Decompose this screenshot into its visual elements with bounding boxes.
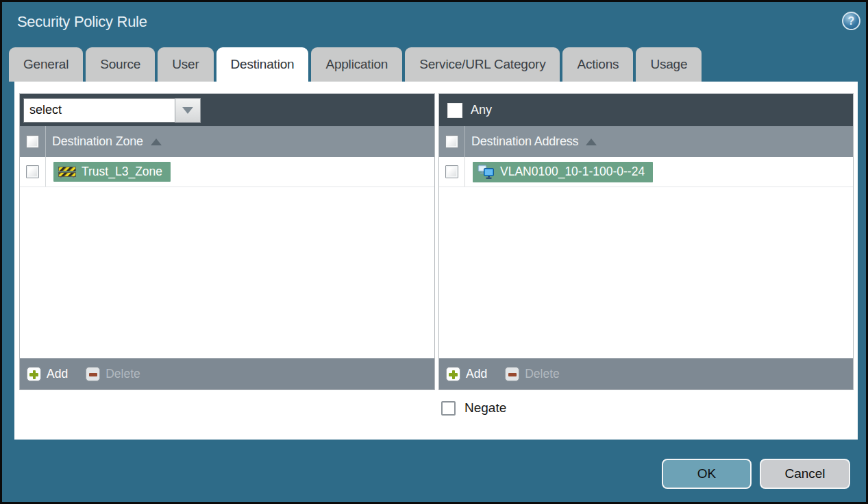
tab-bar: General Source User Destination Applicat…	[9, 47, 702, 82]
address-delete-button[interactable]: Delete	[505, 367, 560, 381]
address-entry-tag[interactable]: VLAN0100_10-1-100-0--24	[473, 162, 653, 182]
zone-list-body: Trust_L3_Zone	[20, 157, 434, 358]
network-address-icon	[478, 165, 495, 180]
zone-icon	[58, 165, 76, 179]
zone-select-combobox	[23, 98, 201, 123]
zone-column-header: Destination Zone	[20, 126, 434, 157]
security-policy-rule-dialog: Security Policy Rule ? General Source Us…	[0, 0, 868, 504]
tab-user[interactable]: User	[158, 47, 213, 82]
table-row: VLAN0100_10-1-100-0--24	[439, 157, 853, 187]
negate-checkbox[interactable]	[441, 401, 456, 416]
add-icon	[446, 367, 460, 381]
address-list-body: VLAN0100_10-1-100-0--24	[439, 157, 853, 358]
address-row-checkbox-cell	[439, 157, 465, 187]
any-checkbox-group: Any	[443, 103, 492, 118]
zone-row-checkbox-cell	[20, 157, 46, 187]
address-add-label: Add	[466, 367, 487, 381]
address-add-button[interactable]: Add	[446, 367, 487, 381]
zone-footer-bar: Add Delete	[20, 358, 434, 389]
tab-application[interactable]: Application	[311, 47, 402, 82]
delete-icon	[505, 367, 519, 381]
address-header-checkbox-cell	[439, 126, 465, 157]
tab-source[interactable]: Source	[86, 47, 155, 82]
zone-add-label: Add	[47, 367, 68, 381]
ok-button[interactable]: OK	[662, 459, 752, 489]
destination-zone-panel: Destination Zone	[19, 93, 435, 390]
help-glyph: ?	[848, 15, 855, 27]
zone-select-all-checkbox[interactable]	[26, 135, 39, 148]
zone-delete-button[interactable]: Delete	[86, 367, 140, 381]
address-column-header-label[interactable]: Destination Address	[471, 134, 578, 149]
add-icon	[27, 367, 41, 381]
sort-asc-icon[interactable]	[586, 139, 597, 145]
negate-label: Negate	[464, 400, 506, 416]
address-footer-bar: Add Delete	[439, 358, 853, 389]
tab-actions[interactable]: Actions	[562, 47, 633, 82]
dialog-title: Security Policy Rule	[17, 13, 147, 31]
negate-checkbox-group: Negate	[441, 400, 506, 416]
address-entry-label: VLAN0100_10-1-100-0--24	[500, 165, 645, 179]
zone-row-checkbox[interactable]	[26, 165, 39, 178]
zone-select-input[interactable]	[23, 98, 175, 123]
address-delete-label: Delete	[525, 367, 560, 381]
address-column-header: Destination Address	[439, 126, 853, 157]
zone-entry-label: Trust_L3_Zone	[82, 165, 162, 179]
delete-icon	[86, 367, 100, 381]
zone-select-dropdown-button[interactable]	[175, 98, 201, 123]
zone-column-header-label[interactable]: Destination Zone	[52, 134, 143, 149]
zone-entry-tag[interactable]: Trust_L3_Zone	[53, 162, 171, 182]
help-icon[interactable]: ?	[842, 12, 860, 30]
address-row-checkbox[interactable]	[445, 165, 458, 178]
table-row: Trust_L3_Zone	[20, 157, 434, 187]
tab-usage[interactable]: Usage	[636, 47, 702, 82]
cancel-button[interactable]: Cancel	[760, 459, 850, 489]
zone-header-checkbox-cell	[20, 126, 46, 157]
any-checkbox[interactable]	[447, 103, 462, 118]
any-label: Any	[471, 103, 492, 117]
tab-content-destination: Destination Zone	[14, 82, 858, 440]
tab-service-url-category[interactable]: Service/URL Category	[405, 47, 560, 82]
address-toolbar: Any	[439, 94, 853, 126]
destination-address-panel: Any Destination Address	[438, 93, 854, 390]
zone-delete-label: Delete	[106, 367, 140, 381]
dropdown-arrow-icon	[182, 107, 193, 114]
sort-asc-icon[interactable]	[151, 139, 162, 145]
tab-general[interactable]: General	[9, 47, 83, 82]
tab-destination[interactable]: Destination	[216, 47, 309, 82]
zone-add-button[interactable]: Add	[27, 367, 68, 381]
address-select-all-checkbox[interactable]	[445, 135, 458, 148]
zone-toolbar	[20, 94, 434, 126]
